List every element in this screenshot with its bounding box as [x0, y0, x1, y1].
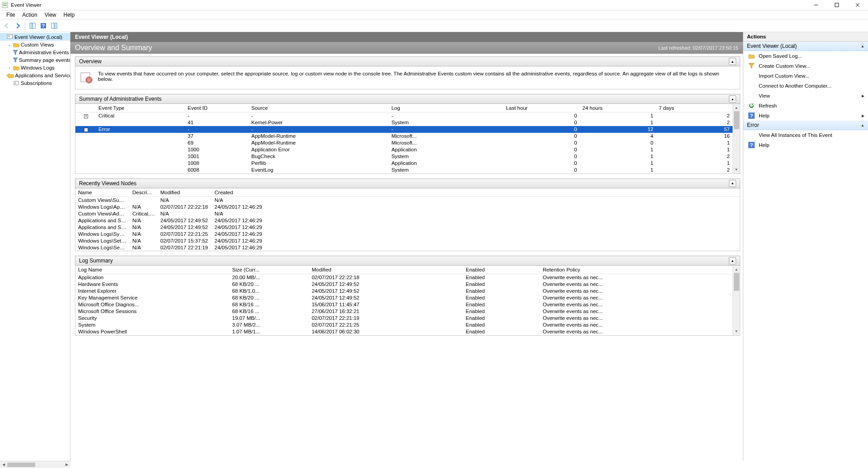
actions-sub2[interactable]: Error ▲	[743, 121, 868, 130]
action-item[interactable]: Connect to Another Computer...	[743, 81, 868, 91]
table-row[interactable]: 37AppModel-RuntimeMicrosoft... 0416	[75, 133, 733, 140]
log-table: Log Name Size (Curr... Modified Enabled …	[75, 266, 733, 335]
toggle-icon[interactable]: -	[84, 128, 88, 132]
scroll-down-icon[interactable]: ▼	[733, 166, 740, 173]
collapse-icon[interactable]: ▲	[861, 123, 864, 127]
action-item[interactable]: ? Help	[743, 140, 868, 150]
table-row[interactable]: Security19.07 MB/...02/07/2017 22:21:19E…	[75, 315, 733, 322]
toggle-icon[interactable]: +	[84, 114, 88, 118]
action-label: Open Saved Log...	[759, 53, 802, 59]
tree-admin-events[interactable]: Administrative Events	[0, 48, 70, 56]
svg-rect-14	[8, 36, 10, 37]
menu-view[interactable]: View	[41, 11, 60, 19]
tree-subscriptions[interactable]: Subscriptions	[0, 79, 70, 87]
table-row[interactable]: Internet Explorer68 KB/1.0...24/05/2017 …	[75, 288, 733, 295]
table-row[interactable]: System3.07 MB/2...02/07/2017 22:21:25Ena…	[75, 322, 733, 328]
tree-app-services[interactable]: › Applications and Services Lo	[0, 71, 70, 79]
table-row[interactable]: 41Kernel-PowerSystem 012	[75, 119, 733, 126]
table-row[interactable]: Applications and Service...N/A24/05/2017…	[75, 217, 740, 224]
actions-sub1[interactable]: Event Viewer (Local) ▲	[743, 42, 868, 51]
summary-scrollbar[interactable]: ▲ ▼	[733, 104, 740, 173]
table-row[interactable]: Windows PowerShell1.07 MB/1...14/06/2017…	[75, 328, 733, 335]
menu-help[interactable]: Help	[60, 11, 79, 19]
table-row[interactable]: Custom Views\Administr...Critical, Er...…	[75, 210, 740, 217]
blank-icon	[748, 82, 755, 89]
action-label: Help	[759, 142, 770, 148]
window-title: Event Viewer	[11, 2, 42, 8]
recent-header-row[interactable]: Name Description Modified Created	[75, 188, 740, 197]
scroll-right-icon[interactable]: ▶	[63, 463, 70, 467]
action-item[interactable]: Open Saved Log...	[743, 51, 868, 61]
summary-section: Summary of Administrative Events ▲ Event…	[75, 94, 740, 174]
tree-root-label: Event Viewer (Local)	[14, 34, 62, 40]
collapse-icon[interactable]: ▲	[729, 180, 736, 187]
scroll-up-icon[interactable]: ▲	[733, 266, 740, 273]
scroll-left-icon[interactable]: ◀	[0, 463, 7, 467]
table-row[interactable]: Applications and Service...N/A24/05/2017…	[75, 224, 740, 230]
recent-section-header[interactable]: Recently Viewed Nodes ▲	[75, 178, 740, 188]
table-row[interactable]: Application20.00 MB/...02/07/2017 22:22:…	[75, 274, 733, 281]
collapse-icon[interactable]: ▲	[861, 44, 864, 48]
table-row[interactable]: 1008PerflibApplication 011	[75, 160, 733, 167]
scroll-thumb[interactable]	[734, 273, 739, 291]
table-row[interactable]: Key Management Service68 KB/20 ...24/05/…	[75, 295, 733, 301]
table-row[interactable]: 6008EventLogSystem 012	[75, 167, 733, 173]
table-row[interactable]: Microsoft Office Sessions68 KB/16 ...27/…	[75, 308, 733, 315]
scroll-thumb[interactable]	[7, 463, 35, 467]
action-item[interactable]: Import Custom View...	[743, 71, 868, 81]
summary-header-row[interactable]: Event Type Event ID Source Log Last hour…	[75, 104, 733, 112]
maximize-button[interactable]	[826, 0, 847, 10]
action-label: Import Custom View...	[759, 73, 809, 79]
action-item[interactable]: Refresh	[743, 101, 868, 111]
help-button[interactable]: ?	[38, 21, 48, 31]
tree-h-scrollbar[interactable]: ◀ ▶	[0, 461, 70, 468]
table-row[interactable]: 69AppModel-RuntimeMicrosoft... 001	[75, 140, 733, 146]
collapse-icon[interactable]: ▲	[729, 58, 736, 65]
chevron-right-icon: ▶	[862, 94, 864, 98]
action-item[interactable]: View All Instances of This Event	[743, 130, 868, 140]
collapse-icon[interactable]: ⌄	[6, 42, 13, 47]
recent-section: Recently Viewed Nodes ▲ Name Description…	[75, 178, 740, 252]
show-hide-action-pane-button[interactable]	[49, 21, 59, 31]
log-header-row[interactable]: Log Name Size (Curr... Modified Enabled …	[75, 266, 733, 274]
forward-button[interactable]	[13, 21, 23, 31]
scroll-up-icon[interactable]: ▲	[733, 104, 740, 111]
table-row[interactable]: Custom Views\Summary...N/AN/A	[75, 197, 740, 203]
table-row[interactable]: Windows Logs\SystemN/A02/07/2017 22:21:2…	[75, 230, 740, 237]
log-section-header[interactable]: Log Summary ▲	[75, 256, 740, 266]
action-label: Create Custom View...	[759, 63, 810, 69]
table-row[interactable]: - Error--- 01257	[75, 126, 733, 133]
action-item[interactable]: Create Custom View...	[743, 61, 868, 71]
table-row[interactable]: Microsoft Office Diagnos...68 KB/16 ...1…	[75, 301, 733, 308]
expand-icon[interactable]: ›	[6, 65, 13, 70]
menu-file[interactable]: File	[3, 11, 19, 19]
table-row[interactable]: Windows Logs\SetupN/A02/07/2017 15:37:52…	[75, 237, 740, 244]
tree-summary-events[interactable]: Summary page events	[0, 56, 70, 64]
show-hide-tree-button[interactable]	[28, 21, 37, 31]
collapse-icon[interactable]: ▲	[729, 95, 736, 103]
minimize-button[interactable]	[806, 0, 826, 10]
scroll-down-icon[interactable]: ▼	[733, 328, 740, 335]
action-item[interactable]: ? Help ▶	[743, 111, 868, 121]
action-item[interactable]: View ▶	[743, 91, 868, 101]
tree-root[interactable]: Event Viewer (Local)	[0, 33, 70, 41]
table-row[interactable]: 1001BugCheckSystem 012	[75, 153, 733, 160]
close-button[interactable]	[847, 0, 868, 10]
table-row[interactable]: Windows Logs\SecurityN/A02/07/2017 22:21…	[75, 244, 740, 251]
summary-section-header[interactable]: Summary of Administrative Events ▲	[75, 94, 740, 104]
menu-action[interactable]: Action	[19, 11, 41, 19]
table-row[interactable]: Windows Logs\Applicati...N/A02/07/2017 2…	[75, 203, 740, 210]
table-row[interactable]: Hardware Events68 KB/20 ...24/05/2017 12…	[75, 281, 733, 288]
log-scrollbar[interactable]: ▲ ▼	[733, 266, 740, 335]
chevron-right-icon: ▶	[862, 114, 864, 118]
blank-icon	[748, 131, 755, 139]
back-button[interactable]	[2, 21, 12, 31]
overview-section-header[interactable]: Overview ▲	[75, 56, 740, 66]
tree-custom-views[interactable]: ⌄ Custom Views	[0, 41, 70, 48]
table-row[interactable]: + Critical--- 012	[75, 112, 733, 119]
collapse-icon[interactable]: ▲	[729, 257, 736, 264]
tree-windows-logs-label: Windows Logs	[20, 65, 55, 70]
scroll-thumb[interactable]	[734, 111, 739, 129]
tree-windows-logs[interactable]: › Windows Logs	[0, 64, 70, 71]
table-row[interactable]: 1000Application ErrorApplication 011	[75, 146, 733, 153]
